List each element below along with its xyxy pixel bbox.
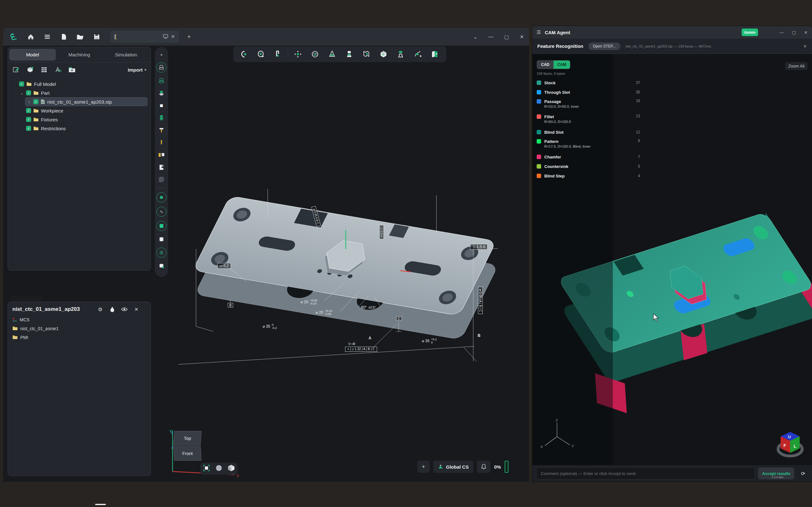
spline-icon[interactable]: ∿ (156, 207, 166, 217)
surface-green-icon[interactable] (156, 221, 166, 231)
pmi-flatness-frame[interactable]: ▱ 0.2 (217, 263, 231, 269)
setup-add-icon[interactable] (427, 48, 442, 60)
pmi-dim-d20-2[interactable]: ⌀ 20 +0.10-0.05 (316, 309, 332, 316)
cam-viewport[interactable]: Zoom All CAD CAM 139 faces, 9 types Stoc… (532, 54, 812, 465)
notifications-bell-button[interactable] (477, 461, 490, 473)
pmi-datum-a-label[interactable]: A (368, 336, 371, 340)
checkbox-checked-icon[interactable]: ✓ (26, 117, 31, 122)
toggle-cam[interactable]: CAM (554, 60, 570, 69)
move-icon[interactable] (291, 48, 305, 60)
window-minimize-icon[interactable]: — (780, 30, 784, 35)
window-maximize-icon[interactable]: ▢ (792, 30, 796, 35)
checkbox-checked-icon[interactable]: ✓ (33, 99, 38, 104)
fit-view-icon[interactable] (203, 464, 210, 473)
refresh-icon[interactable]: ⟳ (798, 468, 808, 478)
tree-item-fixtures[interactable]: ✓ Fixtures (18, 115, 148, 124)
feature-row-through-slot[interactable]: Through Slot 35 (537, 88, 640, 97)
feature-row-blind-step[interactable]: Blind Step 4 (537, 171, 640, 181)
feature-row-chamfer[interactable]: Chamfer 7 (537, 152, 640, 162)
surface-white-icon[interactable] (157, 235, 165, 243)
feature-row-pattern[interactable]: PatternR=17.5, D=100.0, Blind, Inner 8 (537, 137, 640, 152)
pmi-dim-angle[interactable]: 60° ±0.5° (361, 305, 376, 309)
global-cs-button[interactable]: Global CS (433, 461, 473, 473)
import-button[interactable]: Import ▾ (128, 67, 146, 72)
tab-model[interactable]: Model (9, 49, 56, 60)
checkbox-checked-icon[interactable]: ✓ (26, 108, 31, 113)
checkbox-checked-icon[interactable]: ✓ (26, 126, 31, 131)
isometric-cube-icon[interactable] (227, 464, 235, 473)
tree-item-restrictions[interactable]: ✓ Restrictions (18, 124, 148, 133)
menu-icon[interactable]: ☰ (537, 30, 541, 35)
sheet-bend-icon[interactable] (359, 48, 374, 60)
window-close-icon[interactable]: ✕ (804, 30, 808, 35)
zoom-all-button[interactable]: Zoom All (785, 62, 808, 70)
add-cs-button[interactable]: + (417, 461, 429, 473)
feature-row-stock[interactable]: Stock 37 (537, 78, 640, 88)
tool-chuck-green-icon[interactable] (157, 89, 165, 97)
checkbox-checked-icon[interactable]: ✓ (26, 90, 31, 95)
pmi-perp-frame-small[interactable]: ⊥ 1.5 A (379, 225, 384, 239)
checkbox-checked-icon[interactable]: ✓ (19, 81, 24, 87)
panel-item-pmi-folder[interactable]: PMI (12, 334, 146, 341)
sketch-edit-icon[interactable] (12, 66, 20, 73)
panel-item-part-folder[interactable]: nist_ctc_01_asme1 (12, 325, 146, 332)
pmi-datum-c-flag[interactable]: C (396, 316, 402, 321)
feature-row-passage[interactable]: PassageR=10.0, D=50.0, Inner 18 (537, 97, 640, 112)
tree-item-stp-file[interactable]: › ✓ STP nist_ctc_01_asme1_ap203.stp (25, 97, 148, 106)
pmi-datum-b-flag[interactable]: B (228, 303, 233, 307)
probe-point-icon[interactable] (156, 192, 166, 203)
tree-item-full-model[interactable]: ✓ Full Model (11, 79, 148, 89)
save-icon[interactable] (91, 32, 102, 42)
pmi-position-frame-right[interactable]: ⌀ 0.05 | A | B | C (478, 287, 483, 314)
orientation-cube[interactable]: U F L (776, 429, 804, 458)
caliper-icon[interactable] (270, 48, 285, 60)
window-expand-icon[interactable]: ⌄ (473, 34, 477, 40)
tool-holder-selected-icon[interactable] (156, 62, 166, 72)
fixture-icon[interactable] (393, 48, 408, 60)
pmi-perpendicularity-frame[interactable]: ⊥ 1.5 A (470, 244, 488, 250)
perspective-sphere-icon[interactable] (215, 464, 223, 473)
scroll-up-icon[interactable]: ▲ (157, 50, 165, 58)
drill-tool-icon[interactable] (157, 126, 165, 134)
tab-machining[interactable]: Machining (56, 49, 102, 60)
drill-bit-icon[interactable] (157, 138, 165, 147)
open-folder-icon[interactable] (75, 32, 86, 42)
gear-icon[interactable]: ⚙ (97, 306, 104, 313)
menu-icon[interactable] (42, 32, 53, 42)
cad-part-3d-view[interactable] (149, 148, 504, 389)
orbit-sphere-icon[interactable] (308, 48, 322, 60)
chevron-down-icon[interactable]: ⌄ (20, 91, 24, 95)
window-close-icon[interactable]: ✕ (520, 34, 524, 40)
pmi-dim-d35-left[interactable]: ⌀ 35 0-0.2 (263, 323, 276, 330)
cube-icon[interactable] (376, 48, 391, 60)
window-minimize-icon[interactable]: — (488, 34, 493, 40)
home-icon[interactable] (26, 32, 36, 42)
accept-results-button[interactable]: Accept results 1.0.0-dev (758, 467, 794, 480)
tree-item-part[interactable]: ⌄ ✓ Part (18, 89, 148, 97)
update-button[interactable]: Update (742, 29, 758, 36)
pmi-dim-d20-1[interactable]: ⌀ 20 +0.05-0.10 (301, 299, 317, 305)
stock-square-icon[interactable]: ■ (157, 101, 165, 110)
tab-simulation[interactable]: Simulation (103, 49, 149, 60)
pmi-position-frame-bottom[interactable]: ⌖ | ⌀ 1.32 | A | B | C (345, 347, 377, 352)
new-tab-icon[interactable]: + (187, 34, 191, 40)
vise-clamp-icon[interactable] (157, 151, 165, 159)
surface-point-icon[interactable] (157, 262, 165, 270)
text-annotation-icon[interactable] (54, 66, 62, 73)
close-panel-icon[interactable]: ✕ (803, 44, 807, 49)
pmi-dim-d35-right[interactable]: ⌀ 35 +0.20 (422, 338, 437, 344)
comment-input[interactable] (536, 467, 755, 480)
probe-gauge-icon[interactable] (253, 48, 268, 60)
machine-icon[interactable] (157, 163, 165, 171)
cone-icon[interactable] (325, 48, 339, 60)
droplet-icon[interactable] (109, 306, 116, 313)
feature-row-blind-slot[interactable]: Blind Slot 12 (537, 127, 640, 137)
stock-boundary-icon[interactable] (236, 48, 251, 60)
toolpath-add-icon[interactable] (410, 48, 425, 60)
tool-holder-icon[interactable] (157, 77, 165, 85)
document-tab[interactable]: [[ ✕ (110, 31, 179, 43)
open-step-button[interactable]: Open STEP... (589, 43, 620, 50)
toggle-cad[interactable]: CAD (537, 60, 554, 69)
close-icon[interactable]: ✕ (133, 306, 140, 313)
tree-item-workpiece[interactable]: ✓ Workpiece (18, 106, 148, 115)
